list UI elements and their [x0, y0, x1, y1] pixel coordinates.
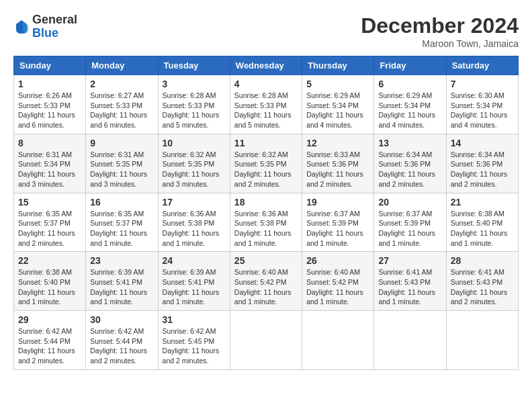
day-number: 18	[234, 197, 298, 208]
day-number: 6	[378, 79, 441, 89]
calendar-body: 1 Sunrise: 6:26 AMSunset: 5:33 PMDayligh…	[14, 75, 519, 370]
day-info: Sunrise: 6:34 AMSunset: 5:36 PMDaylight:…	[378, 150, 435, 188]
day-cell	[302, 311, 374, 370]
day-number: 26	[306, 255, 369, 266]
day-cell: 20 Sunrise: 6:37 AMSunset: 5:39 PMDaylig…	[374, 193, 446, 252]
day-number: 12	[306, 138, 369, 148]
day-info: Sunrise: 6:35 AMSunset: 5:37 PMDaylight:…	[18, 210, 75, 247]
day-number: 13	[378, 138, 441, 148]
location: Maroon Town, Jamaica	[361, 38, 519, 49]
day-number: 23	[90, 255, 153, 266]
day-info: Sunrise: 6:27 AMSunset: 5:33 PMDaylight:…	[90, 91, 147, 129]
day-cell: 8 Sunrise: 6:31 AMSunset: 5:34 PMDayligh…	[14, 134, 86, 193]
header-wednesday: Wednesday	[230, 56, 302, 75]
week-row-2: 15 Sunrise: 6:35 AMSunset: 5:37 PMDaylig…	[14, 193, 519, 252]
day-number: 2	[90, 79, 153, 89]
page-header: General Blue December 2024 Maroon Town, …	[13, 13, 519, 49]
logo-general: General	[32, 13, 77, 27]
day-info: Sunrise: 6:42 AMSunset: 5:44 PMDaylight:…	[18, 327, 75, 365]
day-number: 25	[234, 255, 298, 266]
day-cell: 7 Sunrise: 6:30 AMSunset: 5:34 PMDayligh…	[446, 75, 518, 134]
logo-icon	[13, 19, 30, 35]
day-cell: 21 Sunrise: 6:38 AMSunset: 5:40 PMDaylig…	[446, 193, 518, 252]
day-cell: 3 Sunrise: 6:28 AMSunset: 5:33 PMDayligh…	[158, 75, 230, 134]
header-sunday: Sunday	[14, 56, 86, 75]
day-number: 1	[18, 79, 81, 89]
day-cell: 2 Sunrise: 6:27 AMSunset: 5:33 PMDayligh…	[86, 75, 158, 134]
day-info: Sunrise: 6:31 AMSunset: 5:35 PMDaylight:…	[90, 150, 147, 188]
day-info: Sunrise: 6:29 AMSunset: 5:34 PMDaylight:…	[306, 91, 363, 129]
day-info: Sunrise: 6:30 AMSunset: 5:34 PMDaylight:…	[451, 91, 508, 129]
week-row-3: 22 Sunrise: 6:38 AMSunset: 5:40 PMDaylig…	[14, 252, 519, 311]
day-number: 7	[451, 79, 514, 89]
day-info: Sunrise: 6:33 AMSunset: 5:36 PMDaylight:…	[306, 150, 363, 188]
header-saturday: Saturday	[446, 56, 518, 75]
week-row-4: 29 Sunrise: 6:42 AMSunset: 5:44 PMDaylig…	[14, 311, 519, 370]
day-info: Sunrise: 6:36 AMSunset: 5:38 PMDaylight:…	[234, 210, 292, 247]
day-cell: 25 Sunrise: 6:40 AMSunset: 5:42 PMDaylig…	[230, 252, 302, 311]
day-cell: 18 Sunrise: 6:36 AMSunset: 5:38 PMDaylig…	[230, 193, 302, 252]
day-cell: 9 Sunrise: 6:31 AMSunset: 5:35 PMDayligh…	[86, 134, 158, 193]
day-cell: 29 Sunrise: 6:42 AMSunset: 5:44 PMDaylig…	[14, 311, 86, 370]
day-info: Sunrise: 6:37 AMSunset: 5:39 PMDaylight:…	[378, 210, 435, 247]
day-cell: 28 Sunrise: 6:41 AMSunset: 5:43 PMDaylig…	[446, 252, 518, 311]
day-info: Sunrise: 6:26 AMSunset: 5:33 PMDaylight:…	[18, 91, 75, 129]
day-number: 31	[163, 314, 226, 325]
logo-blue: Blue	[32, 27, 77, 40]
header-friday: Friday	[374, 56, 446, 75]
day-number: 20	[378, 197, 441, 208]
day-cell: 15 Sunrise: 6:35 AMSunset: 5:37 PMDaylig…	[14, 193, 86, 252]
day-number: 9	[90, 138, 153, 148]
day-cell: 31 Sunrise: 6:42 AMSunset: 5:45 PMDaylig…	[158, 311, 230, 370]
day-cell: 26 Sunrise: 6:40 AMSunset: 5:42 PMDaylig…	[302, 252, 374, 311]
day-cell: 16 Sunrise: 6:35 AMSunset: 5:37 PMDaylig…	[86, 193, 158, 252]
day-cell: 23 Sunrise: 6:39 AMSunset: 5:41 PMDaylig…	[86, 252, 158, 311]
month-title: December 2024	[361, 13, 519, 38]
header-row: SundayMondayTuesdayWednesdayThursdayFrid…	[14, 56, 519, 75]
day-cell: 30 Sunrise: 6:42 AMSunset: 5:44 PMDaylig…	[86, 311, 158, 370]
header-thursday: Thursday	[302, 56, 374, 75]
day-number: 21	[451, 197, 514, 208]
day-cell: 1 Sunrise: 6:26 AMSunset: 5:33 PMDayligh…	[14, 75, 86, 134]
day-info: Sunrise: 6:42 AMSunset: 5:44 PMDaylight:…	[90, 327, 147, 365]
day-cell: 11 Sunrise: 6:32 AMSunset: 5:35 PMDaylig…	[230, 134, 302, 193]
day-info: Sunrise: 6:37 AMSunset: 5:39 PMDaylight:…	[306, 210, 363, 247]
day-cell: 19 Sunrise: 6:37 AMSunset: 5:39 PMDaylig…	[302, 193, 374, 252]
day-info: Sunrise: 6:39 AMSunset: 5:41 PMDaylight:…	[163, 268, 220, 306]
day-number: 10	[163, 138, 226, 148]
calendar-header: SundayMondayTuesdayWednesdayThursdayFrid…	[14, 56, 519, 75]
day-cell: 10 Sunrise: 6:32 AMSunset: 5:35 PMDaylig…	[158, 134, 230, 193]
day-cell: 17 Sunrise: 6:36 AMSunset: 5:38 PMDaylig…	[158, 193, 230, 252]
day-cell	[446, 311, 518, 370]
day-cell: 4 Sunrise: 6:28 AMSunset: 5:33 PMDayligh…	[230, 75, 302, 134]
day-number: 16	[90, 197, 153, 208]
day-number: 24	[163, 255, 226, 266]
day-number: 27	[378, 255, 441, 266]
day-cell: 13 Sunrise: 6:34 AMSunset: 5:36 PMDaylig…	[374, 134, 446, 193]
day-info: Sunrise: 6:41 AMSunset: 5:43 PMDaylight:…	[378, 268, 435, 306]
day-number: 29	[18, 314, 81, 325]
day-cell	[374, 311, 446, 370]
day-number: 30	[90, 314, 153, 325]
day-cell	[230, 311, 302, 370]
day-number: 8	[18, 138, 81, 148]
day-number: 11	[234, 138, 298, 148]
day-info: Sunrise: 6:28 AMSunset: 5:33 PMDaylight:…	[163, 91, 220, 129]
day-number: 17	[163, 197, 226, 208]
day-info: Sunrise: 6:29 AMSunset: 5:34 PMDaylight:…	[378, 91, 435, 129]
day-info: Sunrise: 6:38 AMSunset: 5:40 PMDaylight:…	[451, 210, 508, 247]
day-info: Sunrise: 6:38 AMSunset: 5:40 PMDaylight:…	[18, 268, 75, 306]
day-info: Sunrise: 6:40 AMSunset: 5:42 PMDaylight:…	[306, 268, 363, 306]
day-info: Sunrise: 6:32 AMSunset: 5:35 PMDaylight:…	[234, 150, 292, 188]
day-cell: 12 Sunrise: 6:33 AMSunset: 5:36 PMDaylig…	[302, 134, 374, 193]
day-number: 28	[451, 255, 514, 266]
header-tuesday: Tuesday	[158, 56, 230, 75]
day-info: Sunrise: 6:32 AMSunset: 5:35 PMDaylight:…	[163, 150, 220, 188]
week-row-0: 1 Sunrise: 6:26 AMSunset: 5:33 PMDayligh…	[14, 75, 519, 134]
logo: General Blue	[13, 13, 77, 40]
day-cell: 14 Sunrise: 6:34 AMSunset: 5:36 PMDaylig…	[446, 134, 518, 193]
day-number: 22	[18, 255, 81, 266]
day-cell: 24 Sunrise: 6:39 AMSunset: 5:41 PMDaylig…	[158, 252, 230, 311]
title-block: December 2024 Maroon Town, Jamaica	[361, 13, 519, 49]
day-info: Sunrise: 6:41 AMSunset: 5:43 PMDaylight:…	[451, 268, 508, 306]
